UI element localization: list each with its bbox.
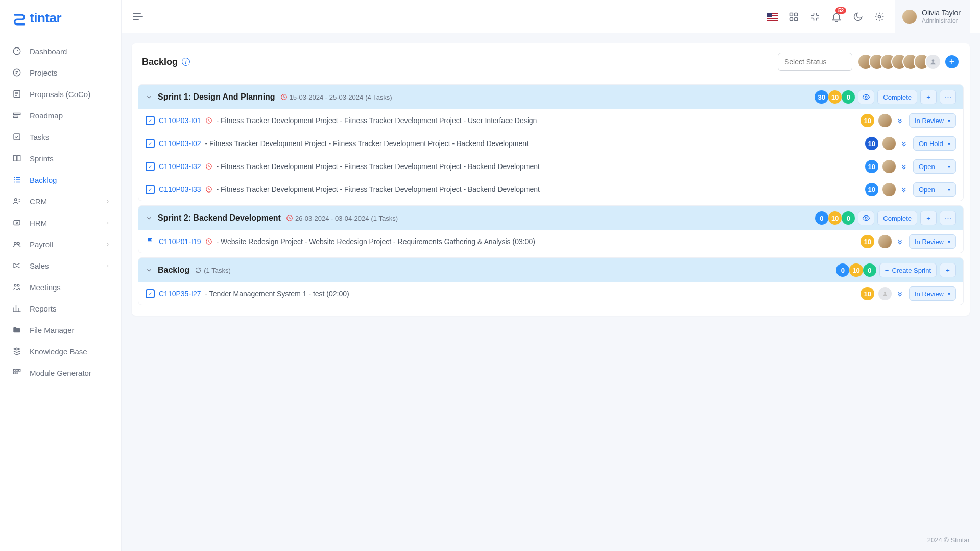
status-badge[interactable]: On Hold▾ bbox=[913, 136, 956, 151]
chevron-down-icon[interactable] bbox=[146, 93, 153, 101]
task-row[interactable]: ✓ C110P03-I32 - Fitness Tracker Developm… bbox=[138, 155, 963, 178]
task-code[interactable]: C110P03-I32 bbox=[159, 162, 201, 171]
sidebar-item-tasks[interactable]: Tasks bbox=[0, 126, 121, 148]
eye-button[interactable] bbox=[858, 90, 874, 104]
expand-icon[interactable] bbox=[896, 116, 905, 125]
status-badge[interactable]: Open▾ bbox=[913, 159, 956, 174]
task-row[interactable]: ✓ C110P35-I27 - Tender Management System… bbox=[138, 282, 963, 305]
sprint-date: 26-03-2024 - 03-04-2024 bbox=[295, 214, 369, 222]
svg-point-14 bbox=[17, 284, 19, 286]
gear-icon[interactable] bbox=[874, 11, 885, 22]
avatar-placeholder bbox=[925, 54, 941, 70]
chevron-down-icon: ▾ bbox=[948, 239, 950, 245]
moon-icon[interactable] bbox=[852, 11, 864, 22]
more-button[interactable]: ⋯ bbox=[940, 90, 956, 104]
status-select[interactable] bbox=[778, 53, 852, 71]
status-label: Open bbox=[919, 163, 935, 171]
task-row[interactable]: ✓ C110P03-I33 - Fitness Tracker Developm… bbox=[138, 178, 963, 201]
filemgr-icon bbox=[12, 325, 21, 334]
task-code[interactable]: C110P03-I33 bbox=[159, 185, 201, 194]
complete-button[interactable]: Complete bbox=[877, 90, 917, 104]
sidebar-item-label: CRM bbox=[30, 197, 99, 206]
flag-icon[interactable] bbox=[767, 13, 778, 21]
status-badge[interactable]: Open▾ bbox=[913, 182, 956, 197]
user-menu[interactable]: Olivia Taylor Administrator bbox=[895, 0, 970, 33]
logo-text: tintar bbox=[30, 10, 61, 26]
points-pill: 10 bbox=[861, 235, 874, 248]
task-text: - Website Redesign Project - Website Red… bbox=[217, 237, 535, 246]
task-row[interactable]: ✓ C110P03-I01 - Fitness Tracker Developm… bbox=[138, 109, 963, 132]
sprint-title: Backlog bbox=[158, 266, 189, 275]
more-button[interactable]: ⋯ bbox=[940, 211, 956, 225]
sidebar-item-sales[interactable]: Sales› bbox=[0, 255, 121, 276]
footer: 2024 © Stintar bbox=[122, 529, 980, 551]
task-row[interactable]: ✓ C110P03-I02 - Fitness Tracker Developm… bbox=[138, 132, 963, 155]
eye-button[interactable] bbox=[858, 211, 874, 225]
apps-icon[interactable] bbox=[788, 11, 799, 22]
points-pill: 0 bbox=[836, 263, 849, 277]
sidebar-item-knowledge-base[interactable]: Knowledge Base bbox=[0, 341, 121, 362]
sidebar-item-label: Sales bbox=[30, 261, 99, 270]
status-badge[interactable]: In Review▾ bbox=[909, 286, 956, 301]
sidebar-item-file-manager[interactable]: File Manager bbox=[0, 319, 121, 341]
minimize-icon[interactable] bbox=[809, 11, 821, 22]
info-icon[interactable]: i bbox=[182, 58, 190, 66]
sidebar-item-label: File Manager bbox=[30, 326, 109, 334]
task-row[interactable]: C110P01-I19 - Website Redesign Project -… bbox=[138, 230, 963, 253]
sidebar-item-hrm[interactable]: HRM› bbox=[0, 212, 121, 233]
bell-icon[interactable]: 52 bbox=[831, 11, 842, 22]
expand-icon[interactable] bbox=[900, 185, 909, 194]
sidebar-item-proposals-coco-[interactable]: Proposals (CoCo) bbox=[0, 83, 121, 105]
add-button[interactable]: + bbox=[920, 90, 937, 104]
assignee-avatar bbox=[882, 137, 896, 150]
add-button[interactable]: + bbox=[920, 211, 937, 225]
sidebar-item-roadmap[interactable]: Roadmap bbox=[0, 105, 121, 126]
add-button[interactable]: + bbox=[940, 263, 956, 277]
status-badge[interactable]: In Review▾ bbox=[909, 234, 956, 249]
status-badge[interactable]: In Review▾ bbox=[909, 113, 956, 128]
sprint-date: 15-03-2024 - 25-03-2024 bbox=[290, 93, 364, 101]
sidebar-item-meetings[interactable]: Meetings bbox=[0, 276, 121, 298]
task-code[interactable]: C110P03-I02 bbox=[159, 139, 201, 148]
task-code[interactable]: C110P01-I19 bbox=[159, 237, 201, 246]
expand-icon[interactable] bbox=[896, 237, 905, 246]
chevron-right-icon: › bbox=[107, 219, 109, 226]
task-code[interactable]: C110P35-I27 bbox=[159, 290, 201, 298]
chevron-down-icon: ▾ bbox=[948, 141, 950, 147]
sidebar-item-backlog[interactable]: Backlog bbox=[0, 169, 121, 190]
crm-icon bbox=[12, 197, 21, 206]
sidebar-item-payroll[interactable]: Payroll› bbox=[0, 233, 121, 255]
sidebar: tintar DashboardProjectsProposals (CoCo)… bbox=[0, 0, 122, 551]
svg-point-8 bbox=[15, 199, 17, 201]
expand-icon[interactable] bbox=[900, 162, 909, 171]
chevron-down-icon: ▾ bbox=[948, 164, 950, 170]
chevron-down-icon[interactable] bbox=[146, 267, 153, 274]
expand-icon[interactable] bbox=[900, 139, 909, 148]
sidebar-item-module-generator[interactable]: Module Generator bbox=[0, 362, 121, 384]
hrm-icon bbox=[12, 218, 21, 227]
logo-mark-icon bbox=[12, 11, 27, 26]
points-pill: 0 bbox=[863, 263, 876, 277]
sprint-header: Backlog (1 Tasks) 0100+Create Sprint+ bbox=[138, 258, 963, 282]
clock-icon bbox=[280, 93, 288, 101]
create-sprint-button[interactable]: +Create Sprint bbox=[879, 263, 937, 277]
flag-icon bbox=[146, 237, 155, 246]
sidebar-item-reports[interactable]: Reports bbox=[0, 298, 121, 319]
sidebar-item-projects[interactable]: Projects bbox=[0, 62, 121, 83]
expand-icon[interactable] bbox=[896, 290, 905, 298]
sidebar-item-dashboard[interactable]: Dashboard bbox=[0, 40, 121, 62]
sidebar-item-sprints[interactable]: Sprints bbox=[0, 148, 121, 169]
user-avatar bbox=[902, 10, 917, 24]
svg-rect-16 bbox=[16, 369, 18, 371]
menu-toggle-icon[interactable] bbox=[132, 11, 144, 23]
svg-rect-3 bbox=[13, 113, 20, 115]
chevron-down-icon[interactable] bbox=[146, 214, 153, 222]
clipboard-check-icon: ✓ bbox=[146, 116, 155, 125]
nav: DashboardProjectsProposals (CoCo)Roadmap… bbox=[0, 36, 121, 388]
chevron-right-icon: › bbox=[107, 262, 109, 269]
add-user-button[interactable]: + bbox=[944, 54, 960, 69]
sidebar-item-crm[interactable]: CRM› bbox=[0, 190, 121, 212]
task-code[interactable]: C110P03-I01 bbox=[159, 116, 201, 125]
logo[interactable]: tintar bbox=[0, 0, 121, 36]
complete-button[interactable]: Complete bbox=[877, 211, 917, 225]
